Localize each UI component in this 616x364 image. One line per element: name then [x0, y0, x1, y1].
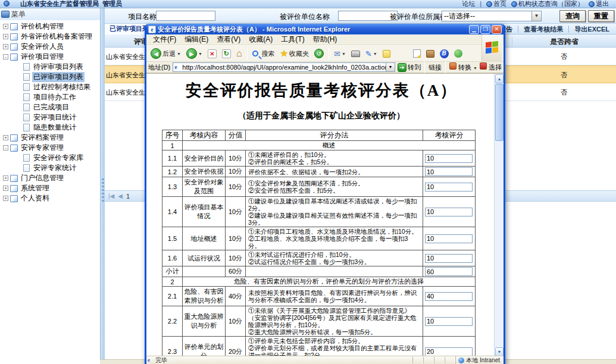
content-scrollbar[interactable]: ▲ ▼	[494, 74, 504, 356]
tree-item[interactable]: 安评项目统计	[0, 112, 100, 123]
status-query-link[interactable]: 机构状态查询（国家）	[511, 0, 584, 8]
tree-item-label[interactable]: 外省评价机构备案管理	[20, 32, 93, 42]
panel-splitter[interactable]	[100, 8, 105, 364]
splitter-grip-icon[interactable]	[102, 178, 104, 202]
menu-item[interactable]: 帮助(H)	[309, 34, 342, 45]
mail-dropdown-icon[interactable]: ▼	[342, 52, 346, 56]
score-input[interactable]	[425, 267, 473, 276]
home-link[interactable]: 首页	[486, 0, 506, 8]
tree-item[interactable]: 待评审项目列表	[0, 62, 100, 72]
query-button[interactable]: 查询	[559, 10, 586, 22]
history-button[interactable]: ↺	[312, 48, 326, 59]
first-page-button[interactable]: |◀	[108, 193, 114, 199]
tree-item[interactable]: +评价机构管理	[0, 21, 100, 32]
tree-item-label[interactable]: 安全评价人员	[20, 42, 65, 52]
scroll-down-icon[interactable]: ▼	[495, 347, 504, 356]
convert-button[interactable]: 转换 ▼	[449, 62, 477, 72]
address-input[interactable]: e http://localhost:8080/aqpj/UI/appro/ex…	[173, 62, 395, 72]
tree-item[interactable]: +门户信息管理	[0, 173, 100, 183]
menu-item[interactable]: 查看(V)	[212, 34, 245, 45]
score-input[interactable]	[425, 167, 473, 176]
tree-item[interactable]: 已评审项目列表	[0, 72, 100, 82]
expand-plus-icon[interactable]: +	[3, 196, 8, 201]
prev-page-button[interactable]: ◀	[118, 193, 123, 199]
score-input[interactable]	[425, 208, 473, 216]
project-name-input[interactable]	[156, 11, 215, 21]
bluetooth-button[interactable]: B	[438, 49, 451, 59]
tree-item[interactable]: 安评专家统计	[0, 163, 100, 173]
add-favorite-button[interactable]	[411, 49, 423, 58]
research-button[interactable]	[424, 49, 436, 58]
tree-item-label[interactable]: 个人资料	[20, 193, 51, 203]
tree-item-label[interactable]: 系统管理	[20, 183, 51, 193]
menu-item[interactable]: 文件(F)	[149, 34, 180, 45]
print-button[interactable]	[349, 50, 362, 58]
edit-button[interactable]: ✎▼	[364, 49, 379, 59]
tree-item[interactable]: +外省评价机构备案管理	[0, 32, 100, 42]
score-input[interactable]	[425, 234, 473, 243]
expand-plus-icon[interactable]: +	[3, 186, 8, 191]
go-button[interactable]: ➔转到	[398, 63, 421, 72]
tree-item-label[interactable]: 评价机构管理	[20, 21, 65, 32]
close-button[interactable]: ✕	[492, 25, 502, 34]
collapse-minus-icon[interactable]: -	[3, 54, 8, 59]
tree-item[interactable]: 已完成项目	[0, 102, 100, 112]
forum-link[interactable]: 论坛	[462, 0, 475, 8]
mail-button[interactable]: ✉▼	[332, 49, 348, 59]
tree-item-label[interactable]: 已评审项目列表	[32, 72, 85, 82]
scroll-up-icon[interactable]: ▲	[495, 74, 504, 83]
favorites-button[interactable]: ★收藏夹	[279, 48, 311, 59]
tree-item[interactable]: +系统管理	[0, 183, 100, 193]
tree-item-label[interactable]: 项目待办工作	[32, 92, 77, 102]
tree-item[interactable]: +个人资料	[0, 193, 100, 203]
convert-dropdown-icon[interactable]: ▼	[473, 66, 477, 70]
refresh-button[interactable]: ↻	[220, 49, 233, 59]
industry-select[interactable]: --请选择-- ▼	[442, 11, 542, 21]
address-url[interactable]: http://localhost:8080/aqpj/UI/appro/exam…	[182, 64, 386, 71]
reset-button[interactable]: 重置	[588, 10, 614, 22]
home-button[interactable]: ⌂	[234, 48, 244, 59]
tree-item[interactable]: 隐患数量统计	[0, 123, 100, 133]
minimize-button[interactable]: ▁	[469, 25, 479, 34]
tree-item-label[interactable]: 评价项目管理	[20, 52, 65, 62]
tree-item[interactable]: 项目待办工作	[0, 92, 100, 102]
score-input[interactable]	[425, 292, 473, 301]
tree-item[interactable]: -评价项目管理	[0, 52, 100, 62]
grid-action-link[interactable]: 导出EXCEL	[569, 25, 615, 34]
tree-item[interactable]: -安评专家管理	[0, 143, 100, 153]
address-dropdown-icon[interactable]: ▼	[386, 63, 395, 71]
select-button[interactable]: 选择	[480, 62, 502, 72]
grid-action-link[interactable]: 查看考核结果	[518, 25, 568, 34]
score-input[interactable]	[425, 254, 473, 263]
tree-item-label[interactable]: 待评审项目列表	[32, 62, 85, 72]
window-titlebar[interactable]: e 安全评价报告质量考核评分表（A） - Microsoft Internet …	[146, 24, 504, 34]
links-button[interactable]: 链接	[429, 63, 442, 72]
tree-item[interactable]: +安评档案管理	[0, 133, 100, 143]
back-dropdown-icon[interactable]: ▼	[177, 52, 181, 56]
tree-item-label[interactable]: 安评档案管理	[20, 133, 65, 143]
scrollbar-thumb[interactable]	[495, 84, 504, 141]
menu-item[interactable]: 收藏(A)	[245, 34, 277, 45]
edit-dropdown-icon[interactable]: ▼	[373, 52, 377, 56]
messenger-button[interactable]	[452, 49, 464, 58]
menu-item[interactable]: 编辑(E)	[180, 34, 212, 45]
score-input[interactable]	[425, 317, 473, 326]
tree-item-label[interactable]: 安评项目统计	[32, 112, 77, 123]
forward-dropdown-icon[interactable]: ▼	[198, 52, 202, 56]
expand-plus-icon[interactable]: +	[3, 135, 8, 140]
score-input[interactable]	[425, 154, 473, 163]
score-input[interactable]	[425, 347, 473, 356]
expand-plus-icon[interactable]: +	[3, 24, 8, 29]
expand-plus-icon[interactable]: +	[3, 175, 8, 181]
tree-item[interactable]: 过程控制考核结果	[0, 82, 100, 92]
chevron-down-icon[interactable]: ▼	[531, 11, 541, 21]
expand-plus-icon[interactable]: +	[3, 44, 8, 49]
unit-name-input[interactable]	[338, 11, 398, 21]
forward-button[interactable]: ▶▼	[185, 48, 204, 59]
maximize-button[interactable]: ❒	[480, 25, 490, 34]
tree-item[interactable]: 安全评价专家库	[0, 153, 100, 163]
tree-item[interactable]: +安全评价人员	[0, 42, 100, 52]
stop-button[interactable]: ✕	[206, 49, 218, 59]
tree-item-label[interactable]: 已完成项目	[32, 102, 70, 112]
search-button[interactable]: 搜索	[251, 49, 277, 59]
